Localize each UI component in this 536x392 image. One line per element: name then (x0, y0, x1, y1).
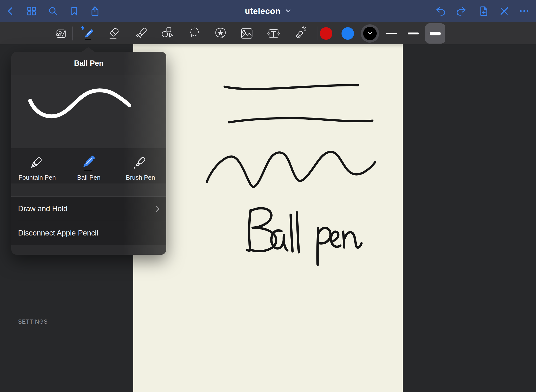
stylus-toggle-button[interactable] (498, 5, 511, 18)
pen-style-fountain-pen[interactable]: Fountain Pen (13, 149, 61, 183)
thick-stroke-mark (430, 32, 441, 35)
chevron-right-icon (156, 205, 160, 212)
color-swatch-black-selected[interactable] (361, 24, 379, 43)
thin-stroke-mark (386, 33, 397, 34)
add-page-icon (478, 5, 489, 17)
stroke-preview-sample (11, 75, 166, 135)
pen-style-ball-pen-selected[interactable]: Ball Pen (65, 149, 113, 183)
highlighter-icon (134, 26, 150, 41)
elements-sticker-icon (213, 26, 228, 41)
more-button[interactable] (518, 5, 531, 18)
settings-label: SETTINGS (18, 319, 48, 325)
lasso-tool-button[interactable] (187, 22, 202, 45)
shapes-tool-button[interactable] (160, 22, 175, 45)
laser-pointer-icon (293, 26, 308, 41)
text-icon (266, 26, 281, 41)
image-tool-button[interactable] (239, 22, 255, 45)
zoom-window-icon (54, 26, 68, 41)
zoom-window-tool-button[interactable] (53, 22, 69, 45)
chevron-down-icon (285, 9, 291, 13)
pen-style-section-header: PEN STYLE (11, 135, 166, 148)
redo-icon (456, 5, 467, 17)
fountain-pen-icon (26, 151, 48, 173)
stroke-width-thick-button-selected[interactable] (425, 23, 445, 44)
disconnect-apple-pencil-row[interactable]: Disconnect Apple Pencil (11, 221, 166, 245)
add-page-button[interactable] (477, 5, 490, 18)
navigation-bar: utelecon (0, 0, 536, 22)
pen-tool-icon (80, 25, 95, 42)
canvas-area: Ball Pen PEN STYLE (0, 44, 536, 392)
pen-style-brush-pen[interactable]: Brush Pen (116, 149, 165, 183)
ball-pen-icon (78, 151, 100, 173)
chevron-down-icon (368, 32, 372, 35)
color-swatch-blue[interactable] (342, 27, 354, 40)
redo-button[interactable] (455, 5, 468, 18)
undo-button[interactable] (434, 5, 447, 18)
handwriting-ball-pen (247, 208, 362, 265)
more-ellipsis-icon (518, 5, 530, 17)
tool-bar (0, 22, 536, 44)
highlighter-tool-button[interactable] (134, 22, 150, 45)
ink-line-1 (225, 85, 358, 89)
popover-title: Ball Pen (74, 59, 103, 68)
stroke-preview-panel (11, 75, 166, 135)
ink-wave (207, 152, 375, 187)
ink-line-2 (229, 118, 372, 122)
eraser-tool-button[interactable] (107, 22, 122, 45)
pen-tool-button[interactable] (80, 22, 95, 45)
toolbar-divider (317, 26, 317, 40)
pen-style-option-label: Ball Pen (77, 174, 100, 183)
pen-style-option-label: Fountain Pen (19, 174, 56, 183)
ink-strokes (133, 44, 403, 392)
toolbar-divider (72, 26, 73, 40)
popover-footer (11, 245, 166, 255)
brush-pen-icon (129, 151, 152, 173)
laser-pointer-tool-button[interactable] (293, 22, 308, 45)
black-color-circle (363, 27, 377, 40)
document-title: utelecon (245, 6, 281, 16)
image-icon (239, 26, 255, 41)
text-tool-button[interactable] (266, 22, 281, 45)
color-swatch-red[interactable] (320, 27, 332, 40)
shapes-icon (160, 26, 175, 41)
settings-section-header: SETTINGS (11, 183, 166, 196)
pen-style-options-row: Fountain Pen Ball Pen (11, 148, 166, 183)
disconnect-apple-pencil-label: Disconnect Apple Pencil (18, 229, 98, 237)
stroke-width-medium-button[interactable] (403, 23, 423, 44)
pen-style-option-label: Brush Pen (126, 174, 155, 183)
pen-settings-popover: Ball Pen PEN STYLE (11, 52, 166, 255)
popover-arrow (81, 47, 95, 52)
stylus-crossed-icon (498, 5, 510, 17)
stroke-width-thin-button[interactable] (381, 23, 402, 44)
elements-tool-button[interactable] (213, 22, 228, 45)
draw-and-hold-row[interactable]: Draw and Hold (11, 197, 166, 221)
lasso-icon (187, 26, 202, 41)
eraser-icon (107, 26, 122, 41)
medium-stroke-mark (408, 33, 419, 34)
undo-icon (435, 5, 446, 17)
app-window: utelecon (0, 0, 536, 392)
popover-header: Ball Pen (11, 52, 166, 75)
draw-and-hold-label: Draw and Hold (18, 204, 67, 213)
